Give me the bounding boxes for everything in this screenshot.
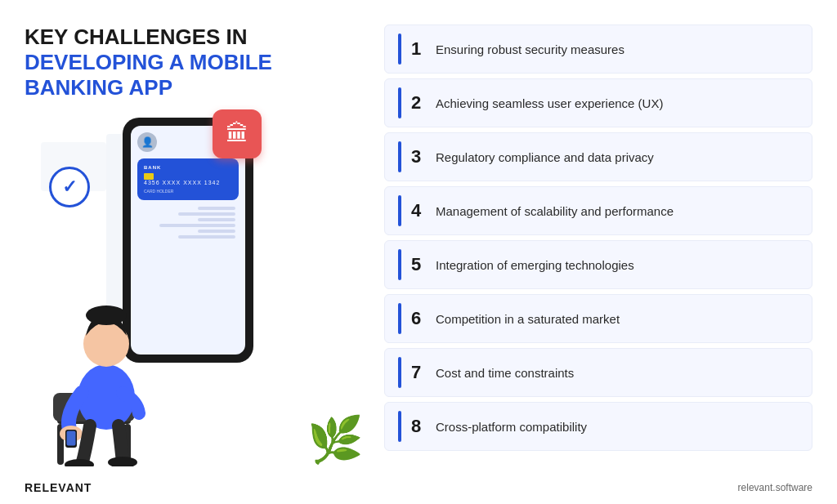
challenge-item: 7 Cost and time constraints	[384, 348, 812, 397]
blue-bar	[398, 411, 401, 442]
screen-line	[198, 218, 235, 221]
challenge-item: 4 Management of scalability and performa…	[384, 186, 812, 235]
bank-icon: 🏛	[226, 120, 248, 147]
svg-rect-9	[67, 431, 76, 446]
screen-line	[178, 212, 235, 216]
svg-point-11	[108, 457, 137, 466]
card-holder: CARD HOLDER	[144, 189, 232, 194]
challenge-text: Regulatory compliance and data privacy	[436, 150, 654, 164]
challenge-item: 5 Integration of emerging technologies	[384, 240, 812, 289]
blue-bar	[398, 303, 401, 334]
screen-line	[198, 230, 235, 233]
number-bar: 2	[398, 87, 424, 118]
number-bar: 1	[398, 33, 424, 65]
screen-line	[198, 207, 235, 210]
challenge-item: 2 Achieving seamless user experience (UX…	[384, 78, 812, 127]
challenge-text: Management of scalability and performanc…	[436, 204, 674, 218]
card-label: BANK	[144, 165, 232, 170]
blue-bar	[398, 195, 401, 226]
screen-lines	[137, 203, 239, 242]
number-bar: 5	[398, 249, 424, 280]
challenge-text: Achieving seamless user experience (UX)	[436, 96, 663, 110]
footer-url: relevant.software	[738, 482, 812, 493]
blue-bar	[398, 87, 401, 118]
number-bar: 7	[398, 357, 424, 388]
challenge-item: 3 Regulatory compliance and data privacy	[384, 132, 812, 181]
footer: RELEVANT relevant.software	[0, 475, 837, 504]
title-line1: KEY CHALLENGES IN	[25, 25, 368, 50]
screen-line	[178, 235, 235, 239]
blue-bar	[398, 141, 401, 172]
challenge-number: 2	[408, 92, 424, 114]
screen-line	[159, 224, 235, 227]
challenge-number: 5	[408, 254, 424, 275]
illustration: ✓ 👤 BANK 4356 XXXX XXXX 1342 CARD HOLDER	[25, 118, 368, 466]
bank-card: BANK 4356 XXXX XXXX 1342 CARD HOLDER	[137, 158, 239, 200]
blue-bar	[398, 33, 401, 65]
challenge-number: 1	[408, 38, 424, 60]
challenge-number: 8	[408, 416, 424, 437]
person-illustration	[41, 254, 172, 466]
title-line2: DEVELOPING A MOBILE BANKING APP	[25, 50, 368, 100]
left-panel: KEY CHALLENGES IN DEVELOPING A MOBILE BA…	[25, 25, 368, 466]
right-panel: 1 Ensuring robust security measures 2 Ac…	[368, 25, 812, 466]
challenge-item: 6 Competition in a saturated market	[384, 294, 812, 343]
card-number: 4356 XXXX XXXX 1342	[144, 180, 232, 185]
check-icon: ✓	[62, 176, 77, 198]
number-bar: 6	[398, 303, 424, 334]
challenge-text: Cost and time constraints	[436, 366, 574, 380]
challenge-text: Cross-platform compatibility	[436, 420, 587, 434]
avatar: 👤	[137, 132, 157, 152]
number-bar: 3	[398, 141, 424, 172]
challenge-number: 7	[408, 362, 424, 383]
number-bar: 8	[398, 411, 424, 442]
title-section: KEY CHALLENGES IN DEVELOPING A MOBILE BA…	[25, 25, 368, 101]
check-circle: ✓	[49, 167, 90, 207]
challenge-number: 6	[408, 308, 424, 329]
challenge-item: 1 Ensuring robust security measures	[384, 25, 812, 74]
blue-bar	[398, 249, 401, 280]
footer-brand: RELEVANT	[25, 481, 92, 494]
svg-point-6	[86, 306, 127, 325]
challenge-number: 4	[408, 200, 424, 221]
bank-icon-float: 🏛	[213, 109, 262, 158]
challenge-text: Integration of emerging technologies	[436, 258, 634, 272]
challenge-text: Ensuring robust security measures	[436, 42, 624, 56]
challenge-number: 3	[408, 146, 424, 167]
challenge-item: 8 Cross-platform compatibility	[384, 402, 812, 451]
plant-illustration: 🌿	[307, 413, 364, 466]
blue-bar	[398, 357, 401, 388]
number-bar: 4	[398, 195, 424, 226]
challenge-text: Competition in a saturated market	[436, 312, 620, 326]
